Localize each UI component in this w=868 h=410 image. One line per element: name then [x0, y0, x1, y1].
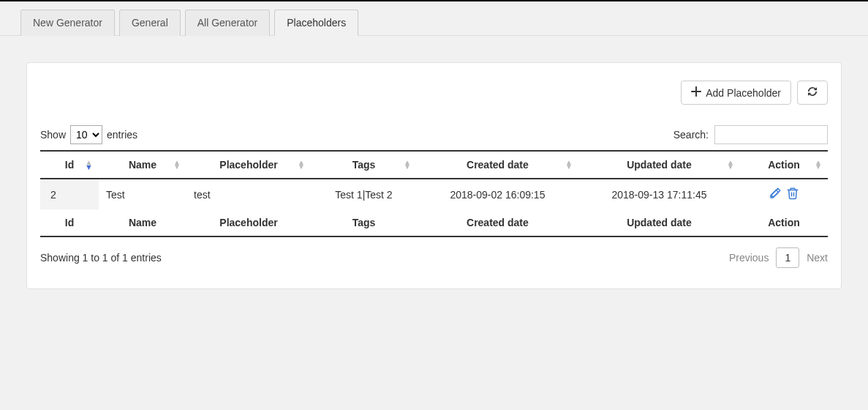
col-footer-placeholder: Placeholder	[186, 209, 311, 236]
pagination: Previous 1 Next	[729, 247, 828, 268]
col-footer-tags: Tags	[311, 209, 417, 236]
col-header-name[interactable]: Name ▲▼	[99, 151, 186, 179]
edit-icon[interactable]	[769, 187, 782, 202]
table-info: Showing 1 to 1 of 1 entries	[40, 252, 162, 264]
add-placeholder-button[interactable]: Add Placeholder	[681, 81, 791, 105]
col-footer-id: Id	[40, 209, 99, 236]
delete-icon[interactable]	[786, 187, 799, 202]
paginate-next[interactable]: Next	[807, 252, 828, 264]
search-label: Search:	[673, 129, 709, 141]
placeholders-table: Id ▲▼ Name ▲▼ Placeholder ▲▼ Tags ▲▼	[40, 150, 828, 237]
col-header-action[interactable]: Action ▲▼	[740, 151, 828, 179]
cell-id: 2	[40, 179, 99, 209]
search-control: Search:	[673, 125, 828, 144]
tabs-bar: New Generator General All Generator Plac…	[0, 1, 868, 36]
sort-icon: ▲▼	[85, 160, 93, 170]
col-header-id[interactable]: Id ▲▼	[40, 151, 99, 179]
entries-label: entries	[107, 129, 137, 141]
col-footer-name: Name	[99, 209, 186, 236]
col-footer-action: Action	[740, 209, 828, 236]
show-label: Show	[40, 129, 66, 141]
sort-icon: ▲▼	[727, 160, 734, 169]
page-length-control: Show 10 entries	[40, 125, 137, 144]
sort-icon: ▲▼	[565, 160, 573, 169]
refresh-icon	[807, 86, 818, 99]
search-input[interactable]	[714, 125, 828, 144]
cell-updated: 2018-09-13 17:11:45	[578, 179, 740, 209]
tab-new-generator[interactable]: New Generator	[20, 10, 115, 36]
cell-tags: Test 1|Test 2	[311, 179, 417, 209]
cell-placeholder: test	[186, 179, 311, 209]
sort-icon: ▲▼	[173, 160, 181, 169]
page-length-select[interactable]: 10	[70, 125, 102, 144]
plus-icon	[691, 86, 701, 99]
sort-icon: ▲▼	[298, 160, 305, 169]
table-row: 2 Test test Test 1|Test 2 2018-09-02 16:…	[40, 179, 828, 209]
paginate-page-1[interactable]: 1	[776, 247, 799, 268]
cell-action	[740, 179, 828, 209]
col-header-placeholder[interactable]: Placeholder ▲▼	[186, 151, 311, 179]
cell-created: 2018-09-02 16:09:15	[417, 179, 578, 209]
col-footer-updated: Updated date	[578, 209, 740, 236]
placeholders-panel: Add Placeholder Show 10 entries Search:	[26, 62, 842, 289]
col-header-created[interactable]: Created date ▲▼	[417, 151, 578, 179]
tab-general[interactable]: General	[119, 10, 181, 36]
cell-name: Test	[99, 179, 186, 209]
col-header-tags[interactable]: Tags ▲▼	[311, 151, 417, 179]
paginate-previous[interactable]: Previous	[729, 252, 769, 264]
col-header-updated[interactable]: Updated date ▲▼	[578, 151, 740, 179]
tab-placeholders[interactable]: Placeholders	[274, 10, 358, 36]
add-placeholder-label: Add Placeholder	[706, 87, 781, 99]
sort-icon: ▲▼	[815, 160, 822, 169]
tab-all-generator[interactable]: All Generator	[185, 10, 270, 36]
sort-icon: ▲▼	[404, 160, 411, 169]
col-footer-created: Created date	[417, 209, 578, 236]
refresh-button[interactable]	[797, 81, 828, 105]
